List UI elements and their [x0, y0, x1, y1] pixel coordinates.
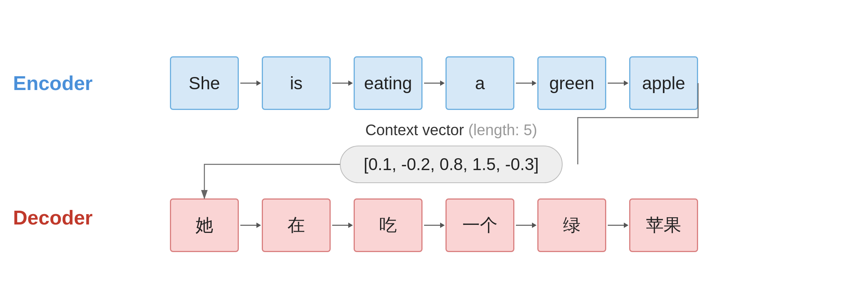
encoder-label: Encoder	[13, 72, 90, 95]
encoder-section: Encoder She is eating a green apple	[32, 56, 836, 110]
encoder-token-eating: eating	[354, 56, 423, 110]
decoder-section: Decoder 她 在 吃 一个 绿 苹果	[32, 183, 836, 252]
encoder-arrow-3	[423, 77, 445, 89]
decoder-token-0: 她	[170, 198, 239, 252]
encoder-arrow-5	[606, 77, 629, 89]
decoder-token-4: 绿	[537, 198, 606, 252]
encoder-token-green: green	[537, 56, 606, 110]
decoder-arrow-5	[606, 220, 629, 231]
decoder-token-5: 苹果	[629, 198, 698, 252]
svg-marker-5	[440, 80, 445, 86]
svg-marker-7	[532, 80, 537, 86]
decoder-arrow-3	[423, 220, 445, 231]
encoder-arrow-4	[514, 77, 537, 89]
svg-marker-13	[348, 223, 353, 228]
diagram: Encoder She is eating a green apple Cont…	[32, 56, 836, 252]
encoder-row: She is eating a green apple	[170, 56, 698, 110]
decoder-arrow-2	[331, 220, 354, 231]
svg-marker-1	[256, 80, 261, 86]
svg-marker-9	[624, 80, 628, 86]
encoder-token-she: She	[170, 56, 239, 110]
encoder-token-apple: apple	[629, 56, 698, 110]
decoder-row: 她 在 吃 一个 绿 苹果	[170, 198, 698, 252]
svg-marker-15	[440, 223, 445, 228]
decoder-token-2: 吃	[354, 198, 423, 252]
encoder-arrow-2	[331, 77, 354, 89]
encoder-token-is: is	[262, 56, 331, 110]
decoder-arrow-4	[514, 220, 537, 231]
svg-marker-11	[256, 223, 261, 228]
svg-marker-3	[348, 80, 353, 86]
encoder-token-a: a	[445, 56, 514, 110]
decoder-token-3: 一个	[445, 198, 514, 252]
decoder-arrow-1	[239, 220, 262, 231]
context-section: Context vector (length: 5) [0.1, -0.2, 0…	[93, 121, 809, 183]
context-label: Context vector (length: 5)	[365, 121, 537, 139]
decoder-token-1: 在	[262, 198, 331, 252]
svg-marker-17	[532, 223, 537, 228]
decoder-label: Decoder	[13, 206, 90, 229]
context-vector: [0.1, -0.2, 0.8, 1.5, -0.3]	[340, 146, 562, 183]
encoder-arrow-1	[239, 77, 262, 89]
svg-marker-19	[624, 223, 628, 228]
